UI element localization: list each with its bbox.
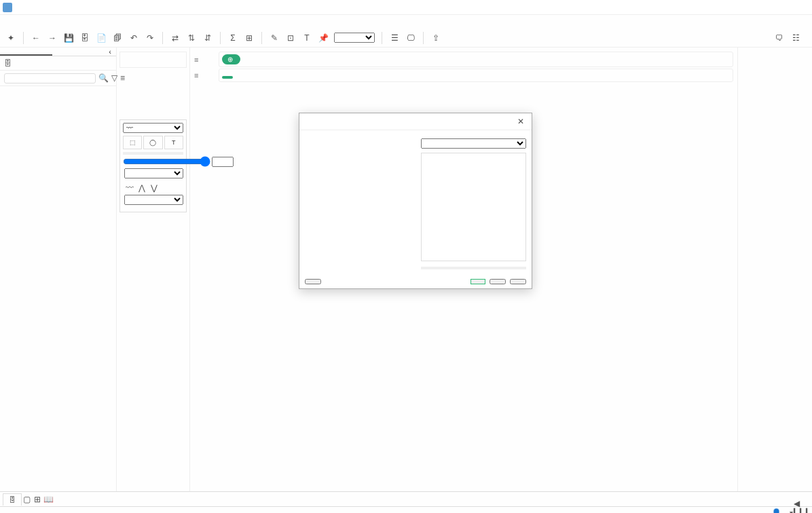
dialog-close-icon[interactable]: ✕	[515, 116, 526, 127]
cancel-button[interactable]	[490, 279, 506, 284]
new-dashboard-icon[interactable]: ⊞	[32, 494, 43, 505]
totals-icon[interactable]: Σ	[227, 33, 238, 43]
new-data-icon[interactable]: 🗄	[79, 33, 90, 43]
datasource-name[interactable]: 🗄	[0, 56, 116, 71]
search-icon[interactable]: 🔍	[98, 73, 109, 83]
cards-column: 〰 ⬚ ◯ T 〰	[117, 48, 190, 491]
rows-pill[interactable]	[222, 76, 233, 79]
right-panel	[737, 48, 812, 491]
back-icon[interactable]: ←	[31, 33, 41, 43]
sort-asc-icon[interactable]: ⇅	[186, 33, 197, 43]
new-sheet-icon[interactable]: 📄	[96, 33, 107, 43]
search-input[interactable]	[4, 73, 96, 83]
presentation-icon[interactable]: 🖵	[405, 33, 416, 43]
guide-icon[interactable]: 🗨	[774, 33, 785, 43]
chart-title	[190, 86, 737, 94]
swap-icon[interactable]: ⇄	[170, 33, 181, 43]
tab-analytics[interactable]	[52, 48, 105, 56]
marker-all-icon[interactable]: ⋀	[136, 183, 147, 193]
edit-colors-dialog: ✕	[299, 113, 532, 289]
sort-desc-icon[interactable]: ⇵	[202, 33, 213, 43]
tableau-icon[interactable]: ✦	[5, 33, 16, 43]
group-icon[interactable]: ⊞	[244, 33, 255, 43]
columns-pill[interactable]: ⊕	[222, 54, 240, 64]
redo-icon[interactable]: ↷	[145, 33, 155, 43]
undo-icon[interactable]: ↶	[128, 33, 139, 43]
worksheet-icon[interactable]: ⊡	[285, 33, 296, 43]
mark-label-button[interactable]: T	[164, 136, 183, 149]
assign-palette-button[interactable]	[421, 267, 526, 269]
palette-select[interactable]	[421, 138, 526, 149]
collapse-icon[interactable]: ‹	[104, 48, 116, 56]
data-pane: ‹ 🗄 🔍 ▽ ≡	[0, 48, 117, 491]
minimize-button[interactable]	[758, 2, 769, 13]
showme-icon[interactable]: ☷	[790, 33, 801, 43]
tab-data[interactable]	[0, 48, 52, 56]
apply-button[interactable]	[510, 279, 526, 284]
fit-select[interactable]	[334, 33, 375, 43]
reset-button[interactable]	[305, 279, 321, 284]
toolbar: ✦ ← → 💾 🗄 📄 🗐 ↶ ↷ ⇄ ⇅ ⇵ Σ ⊞ ✎ ⊡ T 📌 ☰ 🖵 …	[0, 28, 812, 48]
mark-size-button[interactable]: ◯	[143, 136, 162, 149]
user-icon: 👤	[771, 508, 781, 514]
ok-button[interactable]	[470, 279, 485, 284]
zoom-controls[interactable]: ◀ ▎▎▎ ▶	[797, 508, 808, 514]
mark-color-button[interactable]: ⬚	[123, 136, 142, 149]
duplicate-icon[interactable]: 🗐	[112, 33, 123, 43]
app-icon	[3, 3, 12, 12]
halo-select[interactable]	[124, 195, 183, 205]
maximize-button[interactable]	[778, 2, 789, 13]
cards-icon[interactable]: ☰	[389, 33, 400, 43]
tables-header	[0, 86, 116, 92]
pin-icon[interactable]: 📌	[318, 33, 329, 43]
datasource-tab[interactable]: 🗄	[3, 493, 22, 506]
border-select[interactable]	[124, 168, 183, 178]
new-worksheet-icon[interactable]: ▢	[21, 494, 32, 505]
mark-type-select[interactable]: 〰	[123, 123, 183, 133]
new-story-icon[interactable]: 📖	[43, 494, 54, 505]
share-icon[interactable]: ⇪	[430, 33, 441, 43]
rows-shelf[interactable]	[219, 69, 733, 82]
close-button[interactable]	[798, 2, 809, 13]
columns-shelf[interactable]: ⊕	[219, 52, 733, 67]
edit-colors-button[interactable]	[123, 152, 183, 155]
marker-sel-icon[interactable]: ⋁	[149, 183, 160, 193]
forward-icon[interactable]: →	[47, 33, 58, 43]
marker-none-icon[interactable]: 〰	[124, 183, 135, 193]
labels-icon[interactable]: T	[301, 33, 312, 43]
highlight-icon[interactable]: ✎	[269, 33, 280, 43]
save-icon[interactable]: 💾	[63, 33, 74, 43]
